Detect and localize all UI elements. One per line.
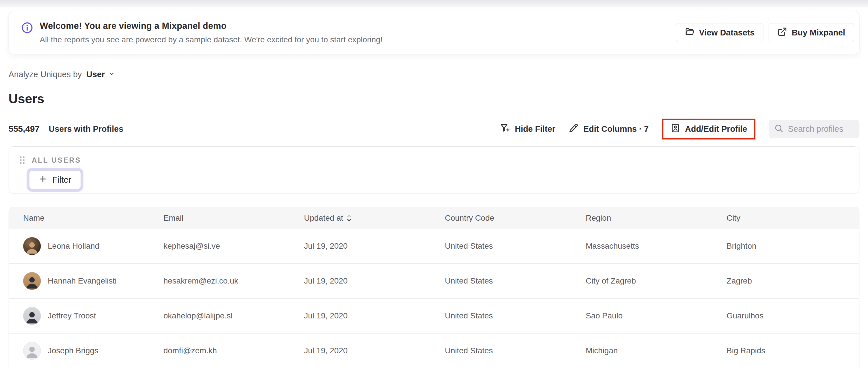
users-page: Welcome! You are viewing a Mixpanel demo… (0, 0, 868, 367)
user-email: okahelop@lalijpe.sl (163, 311, 304, 320)
table-row[interactable]: Hannah Evangelisti hesakrem@ezi.co.uk Ju… (9, 264, 859, 299)
hide-filter-button[interactable]: Hide Filter (500, 123, 555, 135)
avatar (23, 307, 41, 325)
edit-columns-label: Edit Columns · 7 (583, 124, 649, 134)
add-edit-profile-label: Add/Edit Profile (685, 124, 747, 134)
user-country-code: United States (445, 346, 586, 355)
user-region: Sao Paulo (586, 311, 726, 320)
user-email: kephesaj@si.ve (163, 242, 304, 251)
user-email: domfi@zem.kh (163, 346, 304, 355)
filter-panel: ALL USERS Filter (8, 146, 860, 194)
profiles-count-label: Users with Profiles (49, 124, 123, 134)
analyze-by-value: User (86, 70, 105, 79)
chevron-down-icon (108, 70, 115, 79)
page-title: Users (8, 91, 860, 106)
table-row[interactable]: Joseph Briggs domfi@zem.kh Jul 19, 2020 … (9, 334, 859, 367)
stats-toolbar-row: 555,497 Users with Profiles Hide Filter (8, 118, 860, 140)
buy-mixpanel-button[interactable]: Buy Mixpanel (769, 23, 854, 42)
user-region: Michigan (586, 346, 726, 355)
search-profiles-box[interactable] (769, 120, 860, 138)
user-city: Guarulhos (726, 311, 845, 320)
user-updated-at: Jul 19, 2020 (304, 346, 445, 355)
user-name: Jeffrey Troost (48, 311, 96, 320)
user-region: City of Zagreb (586, 276, 726, 285)
user-name: Hannah Evangelisti (48, 276, 117, 285)
add-filter-button[interactable]: Filter (29, 170, 81, 189)
search-profiles-input[interactable] (788, 124, 854, 134)
drag-handle-icon[interactable] (19, 155, 26, 165)
id-badge-icon (670, 123, 681, 135)
profiles-count: 555,497 (8, 124, 39, 134)
top-chrome-shadow (0, 0, 868, 7)
column-header-updated-at: Updated at (304, 214, 445, 223)
view-datasets-label: View Datasets (699, 28, 755, 37)
table-row[interactable]: Leona Holland kephesaj@si.ve Jul 19, 202… (9, 229, 859, 264)
column-header-region: Region (586, 214, 726, 223)
add-filter-label: Filter (52, 175, 71, 185)
add-edit-profile-button[interactable]: Add/Edit Profile (670, 123, 747, 135)
add-edit-profile-highlight: Add/Edit Profile (662, 119, 756, 140)
user-country-code: United States (445, 276, 586, 285)
welcome-banner: Welcome! You are viewing a Mixpanel demo… (8, 11, 860, 54)
analyze-by-dropdown[interactable]: User (86, 70, 115, 79)
column-header-name: Name (23, 214, 163, 223)
user-city: Brighton (726, 242, 845, 251)
analyze-row: Analyze Uniques by User (8, 69, 860, 80)
buy-mixpanel-label: Buy Mixpanel (792, 28, 845, 37)
user-updated-at: Jul 19, 2020 (304, 276, 445, 285)
avatar (23, 237, 41, 255)
user-city: Zagreb (726, 276, 845, 285)
column-header-city: City (726, 214, 845, 223)
user-region: Massachusetts (586, 242, 726, 251)
user-country-code: United States (445, 311, 586, 320)
analyze-uniques-label: Analyze Uniques by (8, 70, 82, 79)
table-header-row: Name Email Updated at Country Code Regio… (9, 207, 859, 229)
all-users-group-label: ALL USERS (32, 156, 81, 164)
edit-columns-button[interactable]: Edit Columns · 7 (568, 123, 649, 135)
avatar (23, 342, 41, 360)
user-updated-at: Jul 19, 2020 (304, 242, 445, 251)
hide-filter-label: Hide Filter (515, 124, 555, 134)
banner-subtitle: All the reports you see are powered by a… (40, 35, 382, 44)
folder-icon (685, 27, 694, 38)
user-country-code: United States (445, 242, 586, 251)
user-updated-at: Jul 19, 2020 (304, 311, 445, 320)
filter-funnel-icon (500, 123, 510, 135)
sort-updated-at-button[interactable] (346, 214, 352, 222)
column-header-country-code: Country Code (445, 214, 586, 223)
view-datasets-button[interactable]: View Datasets (676, 23, 764, 42)
banner-title: Welcome! You are viewing a Mixpanel demo (40, 21, 382, 31)
search-icon (774, 124, 783, 134)
user-name: Joseph Briggs (48, 346, 98, 355)
info-icon (21, 22, 33, 34)
user-name: Leona Holland (48, 242, 99, 251)
column-header-email: Email (163, 214, 304, 223)
pencil-icon (568, 123, 579, 135)
external-link-icon (777, 27, 787, 38)
table-row[interactable]: Jeffrey Troost okahelop@lalijpe.sl Jul 1… (9, 299, 859, 334)
user-email: hesakrem@ezi.co.uk (163, 276, 304, 285)
avatar (23, 272, 41, 290)
plus-icon (38, 175, 47, 185)
user-city: Big Rapids (726, 346, 845, 355)
users-table: Name Email Updated at Country Code Regio… (8, 207, 860, 367)
